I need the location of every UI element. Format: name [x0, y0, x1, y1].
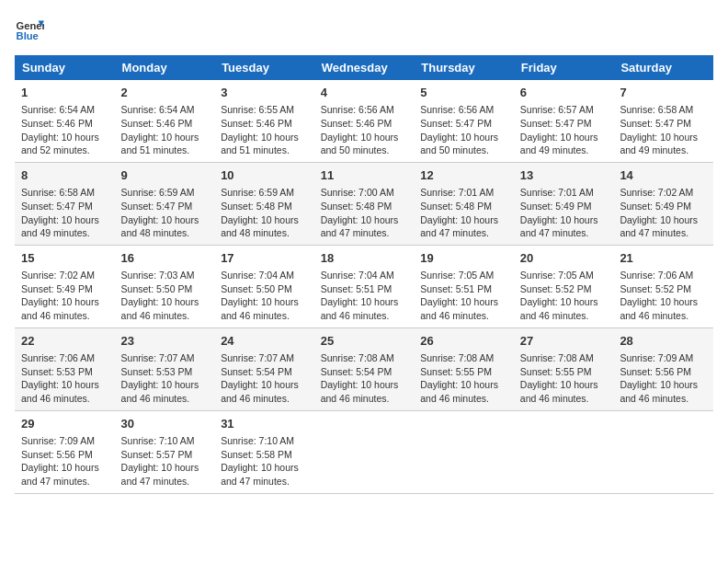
day-info: Sunrise: 7:08 AM Sunset: 5:55 PM Dayligh…	[420, 351, 507, 406]
day-info: Sunrise: 7:10 AM Sunset: 5:58 PM Dayligh…	[221, 434, 308, 488]
col-header-friday: Friday	[514, 55, 614, 80]
day-info: Sunrise: 6:54 AM Sunset: 5:46 PM Dayligh…	[21, 103, 108, 157]
day-info: Sunrise: 6:54 AM Sunset: 5:46 PM Dayligh…	[121, 103, 209, 157]
calendar-cell	[613, 410, 713, 493]
calendar-cell: 10 Sunrise: 6:59 AM Sunset: 5:48 PM Dayl…	[214, 162, 314, 245]
day-info: Sunrise: 7:05 AM Sunset: 5:51 PM Dayligh…	[420, 269, 507, 323]
calendar-cell	[514, 410, 614, 493]
col-header-saturday: Saturday	[613, 55, 713, 80]
day-number: 28	[620, 333, 707, 350]
logo: General Blue	[15, 15, 44, 44]
calendar-cell: 11 Sunrise: 7:00 AM Sunset: 5:48 PM Dayl…	[314, 162, 415, 245]
logo-icon: General Blue	[15, 15, 44, 44]
calendar-cell: 5 Sunrise: 6:56 AM Sunset: 5:47 PM Dayli…	[414, 80, 514, 162]
day-info: Sunrise: 7:08 AM Sunset: 5:55 PM Dayligh…	[520, 351, 608, 406]
day-number: 29	[21, 416, 108, 432]
day-info: Sunrise: 7:09 AM Sunset: 5:56 PM Dayligh…	[620, 351, 707, 406]
calendar-cell: 19 Sunrise: 7:05 AM Sunset: 5:51 PM Dayl…	[414, 245, 514, 327]
day-info: Sunrise: 7:03 AM Sunset: 5:50 PM Dayligh…	[121, 269, 209, 323]
day-info: Sunrise: 7:09 AM Sunset: 5:56 PM Dayligh…	[21, 434, 108, 488]
calendar-cell: 31 Sunrise: 7:10 AM Sunset: 5:58 PM Dayl…	[214, 410, 314, 493]
day-number: 10	[221, 167, 308, 184]
col-header-wednesday: Wednesday	[314, 55, 415, 80]
day-number: 13	[520, 167, 608, 184]
day-number: 1	[21, 85, 108, 101]
day-number: 2	[121, 85, 209, 101]
day-info: Sunrise: 7:07 AM Sunset: 5:54 PM Dayligh…	[221, 351, 308, 406]
day-number: 31	[221, 416, 308, 432]
calendar-cell: 18 Sunrise: 7:04 AM Sunset: 5:51 PM Dayl…	[314, 245, 415, 327]
day-number: 26	[420, 333, 507, 350]
day-number: 16	[121, 250, 209, 267]
day-info: Sunrise: 7:07 AM Sunset: 5:53 PM Dayligh…	[121, 351, 209, 406]
day-number: 25	[321, 333, 408, 350]
day-number: 4	[321, 85, 408, 101]
day-number: 11	[321, 167, 408, 184]
day-info: Sunrise: 6:58 AM Sunset: 5:47 PM Dayligh…	[620, 103, 707, 157]
day-info: Sunrise: 7:06 AM Sunset: 5:53 PM Dayligh…	[21, 351, 108, 406]
calendar-cell: 16 Sunrise: 7:03 AM Sunset: 5:50 PM Dayl…	[115, 245, 215, 327]
day-number: 7	[620, 85, 707, 101]
calendar-table: SundayMondayTuesdayWednesdayThursdayFrid…	[15, 55, 713, 494]
calendar-cell: 2 Sunrise: 6:54 AM Sunset: 5:46 PM Dayli…	[115, 80, 215, 162]
day-info: Sunrise: 7:02 AM Sunset: 5:49 PM Dayligh…	[21, 269, 108, 323]
day-info: Sunrise: 7:10 AM Sunset: 5:57 PM Dayligh…	[121, 434, 209, 488]
calendar-cell: 22 Sunrise: 7:06 AM Sunset: 5:53 PM Dayl…	[15, 327, 115, 410]
col-header-tuesday: Tuesday	[214, 55, 314, 80]
day-number: 30	[121, 416, 209, 432]
day-info: Sunrise: 6:59 AM Sunset: 5:47 PM Dayligh…	[121, 186, 209, 240]
calendar-cell: 1 Sunrise: 6:54 AM Sunset: 5:46 PM Dayli…	[15, 80, 115, 162]
calendar-cell: 4 Sunrise: 6:56 AM Sunset: 5:46 PM Dayli…	[314, 80, 415, 162]
day-number: 9	[121, 167, 209, 184]
day-info: Sunrise: 7:05 AM Sunset: 5:52 PM Dayligh…	[520, 269, 608, 323]
day-number: 23	[121, 333, 209, 350]
calendar-cell: 24 Sunrise: 7:07 AM Sunset: 5:54 PM Dayl…	[214, 327, 314, 410]
day-info: Sunrise: 7:01 AM Sunset: 5:48 PM Dayligh…	[420, 186, 507, 240]
calendar-cell: 12 Sunrise: 7:01 AM Sunset: 5:48 PM Dayl…	[414, 162, 514, 245]
day-info: Sunrise: 6:58 AM Sunset: 5:47 PM Dayligh…	[21, 186, 108, 240]
day-number: 22	[21, 333, 108, 350]
day-info: Sunrise: 6:56 AM Sunset: 5:46 PM Dayligh…	[321, 103, 408, 157]
calendar-cell	[314, 410, 415, 493]
calendar-cell: 20 Sunrise: 7:05 AM Sunset: 5:52 PM Dayl…	[514, 245, 614, 327]
day-info: Sunrise: 7:06 AM Sunset: 5:52 PM Dayligh…	[620, 269, 707, 323]
day-info: Sunrise: 7:08 AM Sunset: 5:54 PM Dayligh…	[321, 351, 408, 406]
day-number: 12	[420, 167, 507, 184]
calendar-cell: 23 Sunrise: 7:07 AM Sunset: 5:53 PM Dayl…	[115, 327, 215, 410]
calendar-cell: 15 Sunrise: 7:02 AM Sunset: 5:49 PM Dayl…	[15, 245, 115, 327]
calendar-cell: 14 Sunrise: 7:02 AM Sunset: 5:49 PM Dayl…	[613, 162, 713, 245]
day-info: Sunrise: 7:04 AM Sunset: 5:51 PM Dayligh…	[321, 269, 408, 323]
calendar-cell: 3 Sunrise: 6:55 AM Sunset: 5:46 PM Dayli…	[214, 80, 314, 162]
calendar-cell: 9 Sunrise: 6:59 AM Sunset: 5:47 PM Dayli…	[115, 162, 215, 245]
calendar-cell: 8 Sunrise: 6:58 AM Sunset: 5:47 PM Dayli…	[15, 162, 115, 245]
day-number: 3	[221, 85, 308, 101]
calendar-cell: 26 Sunrise: 7:08 AM Sunset: 5:55 PM Dayl…	[414, 327, 514, 410]
day-number: 8	[21, 167, 108, 184]
calendar-cell: 25 Sunrise: 7:08 AM Sunset: 5:54 PM Dayl…	[314, 327, 415, 410]
day-number: 19	[420, 250, 507, 267]
day-info: Sunrise: 7:02 AM Sunset: 5:49 PM Dayligh…	[620, 186, 707, 240]
calendar-cell: 7 Sunrise: 6:58 AM Sunset: 5:47 PM Dayli…	[613, 80, 713, 162]
calendar-cell	[414, 410, 514, 493]
col-header-sunday: Sunday	[15, 55, 115, 80]
col-header-monday: Monday	[115, 55, 215, 80]
calendar-cell: 13 Sunrise: 7:01 AM Sunset: 5:49 PM Dayl…	[514, 162, 614, 245]
calendar-cell: 6 Sunrise: 6:57 AM Sunset: 5:47 PM Dayli…	[514, 80, 614, 162]
day-number: 27	[520, 333, 608, 350]
day-info: Sunrise: 6:56 AM Sunset: 5:47 PM Dayligh…	[420, 103, 507, 157]
day-number: 24	[221, 333, 308, 350]
day-number: 20	[520, 250, 608, 267]
day-number: 17	[221, 250, 308, 267]
day-number: 21	[620, 250, 707, 267]
svg-text:Blue: Blue	[17, 30, 39, 41]
day-info: Sunrise: 7:00 AM Sunset: 5:48 PM Dayligh…	[321, 186, 408, 240]
day-number: 5	[420, 85, 507, 101]
day-number: 18	[321, 250, 408, 267]
calendar-cell: 27 Sunrise: 7:08 AM Sunset: 5:55 PM Dayl…	[514, 327, 614, 410]
day-info: Sunrise: 6:57 AM Sunset: 5:47 PM Dayligh…	[520, 103, 608, 157]
day-number: 15	[21, 250, 108, 267]
day-info: Sunrise: 6:59 AM Sunset: 5:48 PM Dayligh…	[221, 186, 308, 240]
day-info: Sunrise: 7:04 AM Sunset: 5:50 PM Dayligh…	[221, 269, 308, 323]
day-number: 6	[520, 85, 608, 101]
calendar-cell: 21 Sunrise: 7:06 AM Sunset: 5:52 PM Dayl…	[613, 245, 713, 327]
